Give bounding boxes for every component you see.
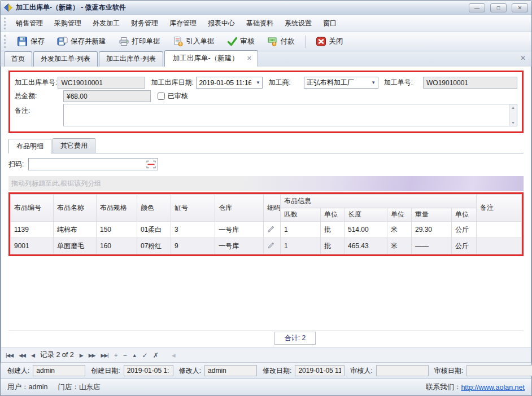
table-row[interactable]: 9001 单面磨毛 160 07粉红 9 一号库 1 <box>11 238 522 254</box>
chevron-down-icon[interactable]: ▼ <box>369 80 378 85</box>
cell-fine-code[interactable] <box>264 238 281 254</box>
scroll-down-icon[interactable]: ▼ <box>509 120 517 126</box>
print-button[interactable]: 打印单据 <box>113 33 166 50</box>
menu-window[interactable]: 窗口 <box>317 16 342 31</box>
modify-date-field[interactable] <box>295 365 345 376</box>
col-header-pieces[interactable]: 匹数 <box>281 208 321 222</box>
tab-outsource-list[interactable]: 外发加工单-列表 <box>33 51 98 67</box>
modifier-field[interactable] <box>204 365 257 376</box>
nav-next-page-button[interactable]: ▶▶ <box>89 353 95 358</box>
processor-select[interactable]: ▼ <box>304 77 378 89</box>
menu-reports[interactable]: 报表中心 <box>202 16 241 31</box>
minimize-button[interactable]: — <box>469 3 485 12</box>
remark-textarea[interactable] <box>64 104 509 126</box>
col-header-code[interactable]: 布品编号 <box>11 195 54 222</box>
cell-name[interactable]: 纯棉布 <box>54 222 97 238</box>
menu-outsourcing[interactable]: 外发加工 <box>87 16 125 31</box>
pencil-icon[interactable] <box>267 225 275 233</box>
nav-delete-button[interactable]: − <box>123 351 127 359</box>
cell-spec[interactable]: 150 <box>97 222 137 238</box>
cell-unit2[interactable]: 米 <box>387 238 412 254</box>
close-window-button[interactable]: ✕ <box>512 3 528 12</box>
col-group-fabric-info[interactable]: 布品信息 <box>281 195 477 208</box>
auditor-field[interactable] <box>376 365 429 376</box>
tabstrip-close-icon[interactable]: ✕ <box>520 54 526 62</box>
col-header-name[interactable]: 布品名称 <box>54 195 97 222</box>
col-header-length[interactable]: 长度 <box>345 208 387 222</box>
maximize-button[interactable]: □ <box>490 3 507 12</box>
menu-grip-handle[interactable] <box>4 17 7 29</box>
cell-vat[interactable]: 9 <box>171 238 215 254</box>
cell-name[interactable]: 单面磨毛 <box>54 238 97 254</box>
tab-fabric-detail[interactable]: 布品明细 <box>8 139 51 153</box>
group-by-panel[interactable]: 拖动列标题至此,根据该列分组 <box>8 176 524 191</box>
pay-button[interactable]: 付款 <box>261 33 300 50</box>
cell-code[interactable]: 9001 <box>11 238 54 254</box>
tab-close-icon[interactable]: ✕ <box>247 55 252 62</box>
col-header-unit1[interactable]: 单位 <box>321 208 345 222</box>
toolbar-grip-handle[interactable] <box>4 35 7 48</box>
contact-link[interactable]: http://www.aolan.net <box>461 384 525 391</box>
cell-color[interactable]: 01柔白 <box>137 222 171 238</box>
scan-input-box[interactable] <box>28 158 158 170</box>
col-header-fine-code[interactable]: 细码 <box>264 195 281 222</box>
audit-date-field[interactable] <box>466 365 532 376</box>
col-header-weight[interactable]: 重量 <box>412 208 452 222</box>
col-header-warehouse[interactable]: 仓库 <box>215 195 264 222</box>
audited-checkbox[interactable] <box>158 93 165 100</box>
total-amount-field[interactable] <box>63 90 151 102</box>
col-header-spec[interactable]: 布品规格 <box>97 195 137 222</box>
menu-sales[interactable]: 销售管理 <box>10 16 49 31</box>
cell-unit3[interactable]: 公斤 <box>452 238 477 254</box>
nav-cancel-button[interactable]: ✗ <box>153 351 158 359</box>
tab-outbound-list[interactable]: 加工出库单-列表 <box>99 51 163 67</box>
work-order-field[interactable] <box>423 77 517 89</box>
menu-finance[interactable]: 财务管理 <box>125 16 164 31</box>
pencil-icon[interactable] <box>267 241 275 249</box>
cell-unit3[interactable]: 公斤 <box>452 222 477 238</box>
nav-first-button[interactable]: |◀◀ <box>6 353 13 358</box>
create-date-field[interactable] <box>124 365 173 376</box>
order-no-field[interactable] <box>58 77 145 89</box>
nav-edit-button[interactable]: ▲ <box>132 353 137 358</box>
col-header-color[interactable]: 颜色 <box>137 195 171 222</box>
close-button[interactable]: 关闭 <box>310 33 349 50</box>
tab-outbound-new[interactable]: 加工出库单-（新建） ✕ <box>164 50 258 67</box>
cell-weight[interactable]: 29.30 <box>412 222 452 238</box>
cell-unit1[interactable]: 批 <box>321 238 345 254</box>
menu-inventory[interactable]: 库存管理 <box>164 16 202 31</box>
cell-warehouse[interactable]: 一号库 <box>215 238 264 254</box>
import-button[interactable]: 引入单据 <box>167 33 220 50</box>
creator-field[interactable] <box>33 365 85 376</box>
nav-next-button[interactable]: ▶ <box>80 353 83 358</box>
chevron-down-icon[interactable]: ▼ <box>254 80 262 85</box>
cell-pieces[interactable]: 1 <box>281 222 321 238</box>
col-header-vat[interactable]: 缸号 <box>171 195 215 222</box>
cell-vat[interactable]: 3 <box>171 222 215 238</box>
cell-color[interactable]: 07粉红 <box>137 238 171 254</box>
remark-scrollbar[interactable]: ▲ ▼ <box>509 104 517 126</box>
tab-other-fees[interactable]: 其它费用 <box>53 138 95 153</box>
audited-checkbox-group[interactable]: 已审核 <box>158 91 188 101</box>
save-and-new-button[interactable]: 保存并新建 <box>51 33 112 50</box>
menu-system[interactable]: 系统设置 <box>279 16 317 31</box>
col-header-remark[interactable]: 备注 <box>477 195 522 222</box>
cell-warehouse[interactable]: 一号库 <box>215 222 264 238</box>
cell-length[interactable]: 514.00 <box>345 222 387 238</box>
nav-scroll-left-icon[interactable]: ◀ <box>172 353 175 358</box>
cell-remark[interactable] <box>477 238 522 254</box>
col-header-unit2[interactable]: 单位 <box>387 208 412 222</box>
nav-prev-page-button[interactable]: ◀◀ <box>19 353 25 358</box>
cell-remark[interactable] <box>477 222 522 238</box>
table-row[interactable]: 1139 纯棉布 150 01柔白 3 一号库 1 <box>11 222 522 238</box>
nav-add-button[interactable]: + <box>114 351 117 359</box>
nav-post-button[interactable]: ✓ <box>142 351 147 359</box>
order-date-input[interactable] <box>197 79 254 87</box>
scan-input[interactable] <box>29 160 146 168</box>
cell-code[interactable]: 1139 <box>11 222 54 238</box>
cell-unit2[interactable]: 米 <box>387 222 412 238</box>
col-header-unit3[interactable]: 单位 <box>452 208 477 222</box>
menu-base-data[interactable]: 基础资料 <box>241 16 279 31</box>
cell-pieces[interactable]: 1 <box>281 238 321 254</box>
cell-weight[interactable]: —— <box>412 238 452 254</box>
